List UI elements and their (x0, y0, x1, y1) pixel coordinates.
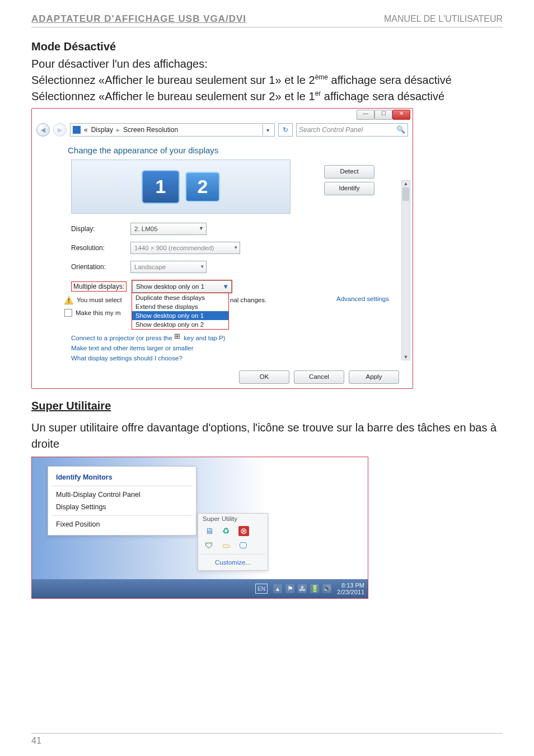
address-bar-row: ◄ ► « Display ▸ Screen Resolution ▾ ↻ Se… (32, 121, 413, 141)
chevron-down-icon: ▼ (199, 226, 204, 231)
tray-shield-icon[interactable]: 🛡 (205, 541, 213, 551)
breadcrumb-sep: ▸ (116, 126, 120, 134)
detect-identify-buttons: Detect Identify (324, 165, 374, 195)
tray-popup-sep (200, 554, 265, 555)
mode-line-1: Sélectionnez «Afficher le bureau seuleme… (31, 72, 503, 88)
mode-line-2a: Sélectionnez «Afficher le bureau seuleme… (31, 90, 315, 102)
orientation-select-value: Landscape (134, 264, 166, 270)
breadcrumb-icon (73, 126, 81, 134)
apply-warning-row: ! You must select (64, 295, 122, 304)
tray-popup-row1: 🖥 ♻ ⊗ (198, 524, 268, 538)
forward-button[interactable]: ► (53, 123, 67, 137)
super-utility-menu: Identify Monitors Multi-Display Control … (48, 466, 196, 536)
menu-display-settings[interactable]: Display Settings (48, 501, 196, 513)
tray-overflow-icon[interactable]: ▴ (273, 584, 282, 593)
dropdown-opt-show2[interactable]: Show desktop only on 2 (132, 320, 228, 329)
apply-button[interactable]: Apply (349, 370, 399, 384)
minimize-button[interactable]: — (357, 110, 374, 120)
tray-popup-row2: 🛡 ▭ 🖵 (198, 538, 268, 553)
refresh-button[interactable]: ↻ (278, 123, 293, 137)
chevron-down-icon: ▾ (201, 264, 204, 269)
ok-button[interactable]: OK (239, 370, 289, 384)
breadcrumb-bar[interactable]: « Display ▸ Screen Resolution ▾ (70, 123, 275, 137)
orientation-select[interactable]: Landscape ▾ (130, 261, 207, 273)
display-select[interactable]: 2. LM05 ▼ (130, 223, 207, 235)
tray-volume-icon[interactable]: 🔊 (322, 584, 331, 593)
breadcrumb-display[interactable]: Display (91, 126, 113, 134)
windows-taskbar: EN ▴ ⚑ 🖧 🔋 🔊 8:13 PM 2/23/2011 (32, 579, 368, 598)
taskbar-time: 8:13 PM (337, 582, 364, 589)
systray-icons: ▴ ⚑ 🖧 🔋 🔊 (273, 584, 331, 593)
menu-sep-1 (51, 486, 193, 486)
tray-close-icon[interactable]: ⊗ (238, 526, 249, 536)
multiple-displays-select-wrap: Show desktop only on 1 ▼ (132, 280, 232, 293)
make-text-larger-link[interactable]: Make text and other items larger or smal… (71, 345, 399, 351)
windows-key-icon (174, 334, 182, 340)
dropdown-opt-duplicate[interactable]: Duplicate these displays (132, 293, 228, 302)
window-body: ▲ ▼ Change the appearance of your displa… (32, 141, 413, 365)
breadcrumb-page[interactable]: Screen Resolution (123, 126, 178, 134)
lang-indicator[interactable]: EN (255, 584, 268, 594)
display-row: Display: 2. LM05 ▼ (71, 223, 399, 235)
connect-projector-link[interactable]: Connect to a projector (or press the key… (71, 334, 399, 341)
cancel-button[interactable]: Cancel (294, 370, 344, 384)
tray-flag-icon[interactable]: ⚑ (285, 584, 294, 593)
resolution-select[interactable]: 1440 × 900 (recommended) ▾ (130, 242, 240, 254)
close-button[interactable]: ✕ (392, 110, 410, 120)
search-control-panel[interactable]: Search Control Panel 🔍 (296, 123, 408, 137)
breadcrumb-root: « (84, 126, 88, 134)
header-title-right: MANUEL DE L'UTILISATEUR (384, 14, 503, 24)
monitor-1[interactable]: 1 (142, 170, 180, 204)
scroll-thumb[interactable] (402, 187, 409, 201)
tray-customize-link[interactable]: Customize... (198, 556, 268, 570)
dialog-button-row: OK Cancel Apply (32, 365, 413, 388)
multiple-displays-label: Multiple displays: (71, 281, 127, 292)
mode-line-2b: affichage sera désactivé (321, 90, 444, 102)
orientation-label: Orientation: (71, 263, 120, 271)
tray-refresh-icon[interactable]: ♻ (222, 526, 229, 536)
tray-screenshot: Identify Monitors Multi-Display Control … (31, 457, 368, 599)
tray-popup-title: Super Utility (198, 514, 268, 524)
maximize-button[interactable]: ☐ (374, 110, 392, 120)
header-title-left: ADAPTATEUR D'AFFICHAGE USB VGA/DVI (31, 13, 246, 25)
tray-monitor-icon[interactable]: 🖥 (205, 526, 213, 536)
dropdown-opt-show1[interactable]: Show desktop only on 1 (132, 311, 228, 320)
breadcrumb-dropdown[interactable]: ▾ (263, 124, 272, 135)
connect-projector-b: key and tap P) (182, 335, 225, 341)
back-button[interactable]: ◄ (36, 123, 50, 137)
scroll-down[interactable]: ▼ (402, 353, 410, 361)
scroll-up[interactable]: ▲ (402, 180, 410, 187)
tray-network-icon[interactable]: 🖧 (298, 584, 307, 593)
tray-power-icon[interactable]: 🔋 (310, 584, 319, 593)
menu-identify-monitors[interactable]: Identify Monitors (48, 471, 196, 483)
dropdown-opt-extend[interactable]: Extend these displays (132, 302, 228, 311)
display-label: Display: (71, 225, 120, 233)
multiple-displays-dropdown[interactable]: Duplicate these displays Extend these di… (132, 293, 229, 330)
chevron-down-icon: ▾ (235, 245, 237, 250)
vertical-scrollbar[interactable]: ▲ ▼ (401, 180, 410, 360)
page-header: ADAPTATEUR D'AFFICHAGE USB VGA/DVI MANUE… (31, 13, 503, 27)
resolution-label: Resolution: (71, 244, 120, 252)
mode-section: Mode Désactivé Pour désactiver l'un des … (31, 39, 503, 105)
detect-button[interactable]: Detect (324, 165, 374, 179)
tray-display-icon[interactable]: ▭ (222, 541, 230, 551)
util-heading: Super Utilitaire (31, 398, 503, 414)
menu-multi-display-cp[interactable]: Multi-Display Control Panel (48, 489, 196, 501)
tray-screen-icon[interactable]: 🖵 (239, 541, 247, 551)
advanced-settings-link[interactable]: Advanced settings (336, 295, 389, 302)
taskbar-clock[interactable]: 8:13 PM 2/23/2011 (337, 582, 364, 595)
change-appearance-heading: Change the appearance of your displays (68, 145, 399, 155)
menu-fixed-position[interactable]: Fixed Position (48, 518, 196, 530)
warning-icon: ! (64, 295, 73, 304)
taskbar-date: 2/23/2011 (337, 589, 364, 595)
chevron-down-icon: ▼ (223, 283, 229, 290)
make-main-checkbox[interactable] (64, 309, 72, 317)
what-settings-link[interactable]: What display settings should I choose? (71, 355, 399, 361)
monitor-2[interactable]: 2 (185, 172, 220, 202)
make-main-row[interactable]: Make this my m (64, 309, 122, 317)
identify-button[interactable]: Identify (324, 182, 374, 195)
page-number: 41 (31, 736, 41, 745)
display-preview[interactable]: 1 2 (71, 159, 291, 214)
multiple-displays-select[interactable]: Show desktop only on 1 ▼ (132, 280, 232, 293)
multiple-displays-row: Multiple displays: Show desktop only on … (71, 280, 399, 293)
